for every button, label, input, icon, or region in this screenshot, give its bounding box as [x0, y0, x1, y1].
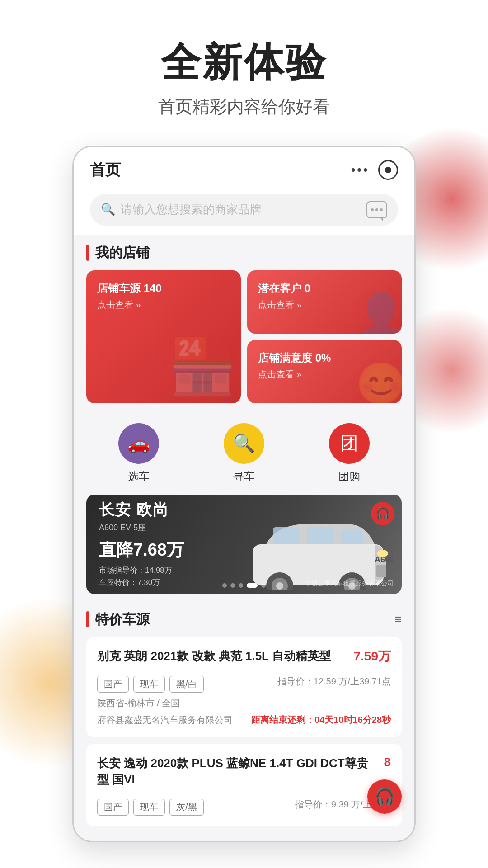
tag-domestic-2: 国产 — [97, 799, 129, 816]
person-icon: 👤 — [356, 291, 402, 334]
hero-subtitle: 首页精彩内容给你好看 — [18, 95, 470, 118]
my-store-header: 我的店铺 — [86, 244, 402, 262]
banner-model: A600 EV 5座 — [99, 522, 184, 533]
chat-dot-2 — [375, 208, 378, 211]
group-buy-label: 团购 — [338, 469, 360, 484]
chat-icon[interactable] — [366, 201, 387, 218]
car-select-label: 选车 — [128, 469, 150, 484]
car-listing-2-price: 8 — [384, 755, 391, 769]
countdown-1: 距离结束还剩：04天10时16分28秒 — [251, 714, 391, 726]
my-store-title: 我的店铺 — [95, 244, 150, 262]
store-card-inventory[interactable]: 店铺车源 140 点击查看 » 🏪 — [86, 270, 241, 403]
section-accent — [86, 245, 89, 261]
phone-header: 首页 ••• — [74, 147, 414, 189]
headset-button[interactable]: 🎧 — [371, 502, 394, 525]
tag-color-2: 灰/黑 — [169, 799, 204, 816]
search-input[interactable]: 请输入您想搜索的商家品牌 — [121, 202, 366, 217]
banner-dot-2 — [230, 583, 235, 588]
store-cards: 店铺车源 140 点击查看 » 🏪 潜在客户 0 点击查看 » 👤 店铺满意度 … — [86, 270, 402, 403]
hero-title: 全新体验 — [18, 41, 470, 85]
car-search-icon: 🔍 — [224, 423, 264, 464]
special-header: 特价车源 ≡ — [86, 610, 402, 629]
store-card-potential[interactable]: 潜在客户 0 点击查看 » 👤 — [247, 270, 402, 334]
car-image: A600 — [239, 504, 393, 590]
banner-brand: 长安 欧尚 — [99, 500, 184, 520]
car-listing-1-tags: 国产 现车 黑/白 — [97, 676, 204, 693]
search-icon: 🔍 — [101, 203, 115, 217]
store-card-inventory-action: 点击查看 » — [97, 299, 230, 311]
svg-rect-5 — [376, 565, 386, 577]
banner-dot-1 — [222, 583, 227, 588]
tag-stock-2: 现车 — [133, 799, 165, 816]
tag-color: 黑/白 — [169, 676, 204, 693]
chat-dots — [371, 208, 383, 211]
banner-pagination — [222, 583, 266, 588]
banner-dot-4 — [247, 583, 258, 588]
record-button[interactable] — [378, 160, 398, 180]
car-listing-2-tags: 国产 现车 灰/黑 — [97, 799, 204, 816]
record-inner — [385, 167, 391, 173]
phone-mockup: 首页 ••• 🔍 请输入您想搜索的商家品牌 — [72, 146, 416, 842]
car-listing-1-location: 陕西省-榆林市 / 全国 — [97, 697, 391, 709]
svg-rect-2 — [307, 527, 334, 544]
store-icon: 🏪 — [169, 335, 236, 399]
car-listing-1-title: 别克 英朗 2021款 改款 典范 1.5L 自动精英型 — [97, 648, 348, 664]
quick-link-car-select[interactable]: 🚗 选车 — [118, 423, 159, 484]
special-section-accent — [86, 611, 89, 627]
search-section: 🔍 请输入您想搜索的商家品牌 — [74, 189, 414, 235]
satisfaction-icon: 😊 — [356, 360, 402, 403]
phone-wrapper: 首页 ••• 🔍 请输入您想搜索的商家品牌 — [0, 146, 488, 842]
car-banner[interactable]: 🎧 长安 欧尚 A600 EV 5座 直降7.68万 市场指导价：14.98万 … — [86, 495, 402, 594]
search-bar[interactable]: 🔍 请输入您想搜索的商家品牌 — [90, 194, 398, 226]
car-listing-2[interactable]: 长安 逸动 2020款 PLUS 蓝鲸NE 1.4T GDI DCT尊贵型 国V… — [86, 744, 402, 826]
banner-market-price: 市场指导价：14.98万 车屋特价：7.30万 — [99, 564, 184, 589]
store-card-inventory-title: 店铺车源 140 — [97, 281, 230, 295]
banner-section: 🎧 长安 欧尚 A600 EV 5座 直降7.68万 市场指导价：14.98万 … — [74, 495, 414, 603]
banner-text: 长安 欧尚 A600 EV 5座 直降7.68万 市场指导价：14.98万 车屋… — [86, 495, 197, 594]
svg-rect-1 — [273, 527, 300, 544]
banner-dot-3 — [239, 583, 243, 588]
special-header-left: 特价车源 — [86, 610, 150, 629]
quick-links-section: 🚗 选车 🔍 寻车 团 团购 — [74, 412, 414, 495]
special-cars-section: 特价车源 ≡ 别克 英朗 2021款 改款 典范 1.5L 自动精英型 7.59… — [74, 603, 414, 841]
guide-price-1: 指导价：12.59 万/上39.71点 — [277, 675, 391, 688]
car-listing-2-top: 长安 逸动 2020款 PLUS 蓝鲸NE 1.4T GDI DCT尊贵型 国V… — [97, 755, 391, 788]
car-listing-1[interactable]: 别克 英朗 2021款 改款 典范 1.5L 自动精英型 7.59万 国产 现车… — [86, 637, 402, 737]
car-search-label: 寻车 — [233, 469, 255, 484]
car-listing-1-price: 7.59万 — [354, 648, 391, 665]
banner-company: 宁波云享汽车租赁服务有限公司 — [305, 580, 394, 588]
bottom-headset-button[interactable]: 🎧 — [367, 779, 402, 814]
tag-stock: 现车 — [133, 676, 165, 693]
svg-text:A600: A600 — [375, 555, 393, 564]
banner-dot-5 — [261, 583, 266, 588]
more-options-icon[interactable]: ••• — [351, 162, 369, 178]
car-listing-1-dealer: 府谷县鑫盛无名汽车服务有限公司 距离结束还剩：04天10时16分28秒 — [97, 714, 391, 726]
my-store-section: 我的店铺 店铺车源 140 点击查看 » 🏪 潜在客户 0 点击查看 » 👤 店… — [74, 235, 414, 412]
car-select-icon: 🚗 — [118, 423, 159, 464]
car-listing-2-title: 长安 逸动 2020款 PLUS 蓝鲸NE 1.4T GDI DCT尊贵型 国V… — [97, 755, 378, 788]
svg-point-8 — [276, 582, 283, 590]
tag-domestic: 国产 — [97, 676, 129, 693]
quick-link-car-search[interactable]: 🔍 寻车 — [224, 423, 264, 484]
page-title: 首页 — [90, 160, 121, 180]
list-icon[interactable]: ≡ — [394, 612, 402, 627]
chat-tail — [380, 217, 383, 221]
svg-rect-3 — [341, 530, 363, 544]
special-section-title: 特价车源 — [95, 610, 150, 629]
dealer-name-1: 府谷县鑫盛无名汽车服务有限公司 — [97, 714, 233, 726]
group-buy-icon: 团 — [329, 423, 370, 464]
quick-link-group-buy[interactable]: 团 团购 — [329, 423, 370, 484]
banner-discount: 直降7.68万 — [99, 538, 184, 561]
chat-dot-1 — [371, 208, 374, 211]
car-listing-1-top: 别克 英朗 2021款 改款 典范 1.5L 自动精英型 7.59万 — [97, 648, 391, 665]
chat-dot-3 — [380, 208, 383, 211]
header-icons: ••• — [351, 160, 398, 180]
store-card-satisfaction[interactable]: 店铺满意度 0% 点击查看 » 😊 — [247, 340, 402, 403]
hero-section: 全新体验 首页精彩内容给你好看 — [0, 0, 488, 146]
